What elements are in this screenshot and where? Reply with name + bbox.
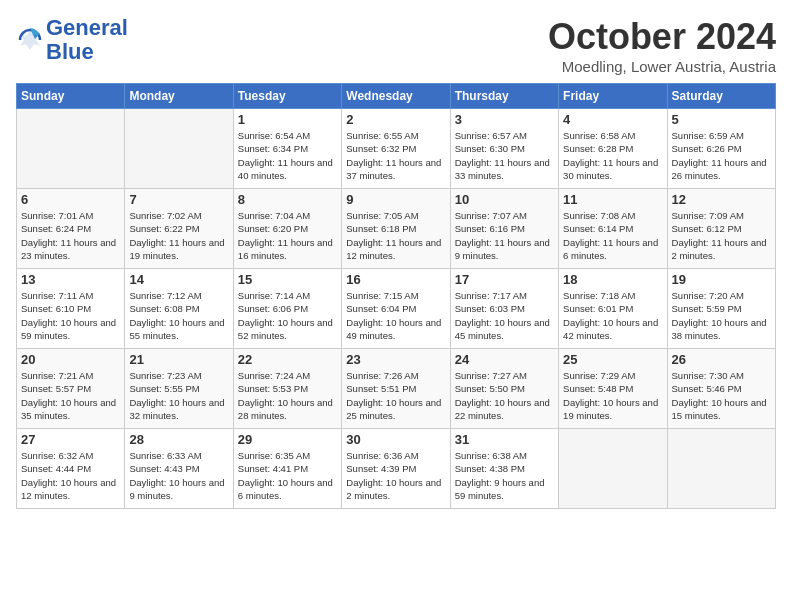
day-info: Sunrise: 7:14 AMSunset: 6:06 PMDaylight:… [238,289,337,342]
calendar-cell: 20Sunrise: 7:21 AMSunset: 5:57 PMDayligh… [17,349,125,429]
day-info: Sunrise: 6:35 AMSunset: 4:41 PMDaylight:… [238,449,337,502]
day-number: 3 [455,112,554,127]
day-info: Sunrise: 7:29 AMSunset: 5:48 PMDaylight:… [563,369,662,422]
weekday-header-saturday: Saturday [667,84,775,109]
day-info: Sunrise: 7:27 AMSunset: 5:50 PMDaylight:… [455,369,554,422]
calendar-cell: 16Sunrise: 7:15 AMSunset: 6:04 PMDayligh… [342,269,450,349]
week-row-5: 27Sunrise: 6:32 AMSunset: 4:44 PMDayligh… [17,429,776,509]
day-info: Sunrise: 7:18 AMSunset: 6:01 PMDaylight:… [563,289,662,342]
day-number: 20 [21,352,120,367]
calendar-cell [559,429,667,509]
day-number: 18 [563,272,662,287]
day-number: 24 [455,352,554,367]
calendar-cell: 8Sunrise: 7:04 AMSunset: 6:20 PMDaylight… [233,189,341,269]
day-info: Sunrise: 7:24 AMSunset: 5:53 PMDaylight:… [238,369,337,422]
day-number: 5 [672,112,771,127]
calendar-cell: 12Sunrise: 7:09 AMSunset: 6:12 PMDayligh… [667,189,775,269]
calendar-cell: 19Sunrise: 7:20 AMSunset: 5:59 PMDayligh… [667,269,775,349]
calendar-cell: 14Sunrise: 7:12 AMSunset: 6:08 PMDayligh… [125,269,233,349]
calendar-cell: 30Sunrise: 6:36 AMSunset: 4:39 PMDayligh… [342,429,450,509]
day-number: 13 [21,272,120,287]
day-info: Sunrise: 7:04 AMSunset: 6:20 PMDaylight:… [238,209,337,262]
day-info: Sunrise: 6:32 AMSunset: 4:44 PMDaylight:… [21,449,120,502]
calendar-cell: 1Sunrise: 6:54 AMSunset: 6:34 PMDaylight… [233,109,341,189]
day-number: 7 [129,192,228,207]
day-info: Sunrise: 6:59 AMSunset: 6:26 PMDaylight:… [672,129,771,182]
calendar-cell [667,429,775,509]
logo: General Blue [16,16,128,64]
day-number: 4 [563,112,662,127]
location: Moedling, Lower Austria, Austria [548,58,776,75]
logo-line2: Blue [46,40,128,64]
day-number: 22 [238,352,337,367]
calendar-cell: 18Sunrise: 7:18 AMSunset: 6:01 PMDayligh… [559,269,667,349]
calendar-cell: 15Sunrise: 7:14 AMSunset: 6:06 PMDayligh… [233,269,341,349]
logo-line1: General [46,16,128,40]
day-number: 19 [672,272,771,287]
day-info: Sunrise: 7:11 AMSunset: 6:10 PMDaylight:… [21,289,120,342]
calendar-cell: 13Sunrise: 7:11 AMSunset: 6:10 PMDayligh… [17,269,125,349]
calendar-cell: 26Sunrise: 7:30 AMSunset: 5:46 PMDayligh… [667,349,775,429]
calendar-cell: 27Sunrise: 6:32 AMSunset: 4:44 PMDayligh… [17,429,125,509]
weekday-header-wednesday: Wednesday [342,84,450,109]
day-number: 8 [238,192,337,207]
day-info: Sunrise: 6:36 AMSunset: 4:39 PMDaylight:… [346,449,445,502]
day-info: Sunrise: 7:26 AMSunset: 5:51 PMDaylight:… [346,369,445,422]
week-row-4: 20Sunrise: 7:21 AMSunset: 5:57 PMDayligh… [17,349,776,429]
day-info: Sunrise: 7:21 AMSunset: 5:57 PMDaylight:… [21,369,120,422]
day-number: 17 [455,272,554,287]
calendar-cell [125,109,233,189]
day-number: 9 [346,192,445,207]
day-info: Sunrise: 7:17 AMSunset: 6:03 PMDaylight:… [455,289,554,342]
calendar-cell: 6Sunrise: 7:01 AMSunset: 6:24 PMDaylight… [17,189,125,269]
calendar-cell: 9Sunrise: 7:05 AMSunset: 6:18 PMDaylight… [342,189,450,269]
week-row-3: 13Sunrise: 7:11 AMSunset: 6:10 PMDayligh… [17,269,776,349]
calendar-table: SundayMondayTuesdayWednesdayThursdayFrid… [16,83,776,509]
calendar-cell: 4Sunrise: 6:58 AMSunset: 6:28 PMDaylight… [559,109,667,189]
day-info: Sunrise: 6:38 AMSunset: 4:38 PMDaylight:… [455,449,554,502]
day-info: Sunrise: 6:57 AMSunset: 6:30 PMDaylight:… [455,129,554,182]
calendar-cell: 3Sunrise: 6:57 AMSunset: 6:30 PMDaylight… [450,109,558,189]
month-title: October 2024 [548,16,776,58]
calendar-cell: 24Sunrise: 7:27 AMSunset: 5:50 PMDayligh… [450,349,558,429]
day-info: Sunrise: 7:09 AMSunset: 6:12 PMDaylight:… [672,209,771,262]
calendar-cell: 5Sunrise: 6:59 AMSunset: 6:26 PMDaylight… [667,109,775,189]
day-number: 11 [563,192,662,207]
logo-icon [16,26,44,54]
calendar-cell: 11Sunrise: 7:08 AMSunset: 6:14 PMDayligh… [559,189,667,269]
calendar-cell: 23Sunrise: 7:26 AMSunset: 5:51 PMDayligh… [342,349,450,429]
day-number: 25 [563,352,662,367]
calendar-cell: 21Sunrise: 7:23 AMSunset: 5:55 PMDayligh… [125,349,233,429]
week-row-1: 1Sunrise: 6:54 AMSunset: 6:34 PMDaylight… [17,109,776,189]
title-block: October 2024 Moedling, Lower Austria, Au… [548,16,776,75]
day-info: Sunrise: 7:01 AMSunset: 6:24 PMDaylight:… [21,209,120,262]
calendar-cell: 2Sunrise: 6:55 AMSunset: 6:32 PMDaylight… [342,109,450,189]
calendar-cell: 22Sunrise: 7:24 AMSunset: 5:53 PMDayligh… [233,349,341,429]
day-info: Sunrise: 6:33 AMSunset: 4:43 PMDaylight:… [129,449,228,502]
day-info: Sunrise: 7:23 AMSunset: 5:55 PMDaylight:… [129,369,228,422]
day-number: 29 [238,432,337,447]
day-number: 12 [672,192,771,207]
calendar-cell: 7Sunrise: 7:02 AMSunset: 6:22 PMDaylight… [125,189,233,269]
week-row-2: 6Sunrise: 7:01 AMSunset: 6:24 PMDaylight… [17,189,776,269]
day-info: Sunrise: 7:07 AMSunset: 6:16 PMDaylight:… [455,209,554,262]
day-number: 26 [672,352,771,367]
day-info: Sunrise: 7:30 AMSunset: 5:46 PMDaylight:… [672,369,771,422]
day-number: 30 [346,432,445,447]
day-info: Sunrise: 7:08 AMSunset: 6:14 PMDaylight:… [563,209,662,262]
calendar-cell: 28Sunrise: 6:33 AMSunset: 4:43 PMDayligh… [125,429,233,509]
calendar-cell: 31Sunrise: 6:38 AMSunset: 4:38 PMDayligh… [450,429,558,509]
day-info: Sunrise: 7:12 AMSunset: 6:08 PMDaylight:… [129,289,228,342]
day-info: Sunrise: 6:58 AMSunset: 6:28 PMDaylight:… [563,129,662,182]
weekday-header-tuesday: Tuesday [233,84,341,109]
weekday-header-row: SundayMondayTuesdayWednesdayThursdayFrid… [17,84,776,109]
day-number: 23 [346,352,445,367]
calendar-cell: 29Sunrise: 6:35 AMSunset: 4:41 PMDayligh… [233,429,341,509]
day-number: 14 [129,272,228,287]
day-number: 1 [238,112,337,127]
day-number: 16 [346,272,445,287]
day-number: 6 [21,192,120,207]
day-info: Sunrise: 7:20 AMSunset: 5:59 PMDaylight:… [672,289,771,342]
day-number: 28 [129,432,228,447]
day-info: Sunrise: 7:02 AMSunset: 6:22 PMDaylight:… [129,209,228,262]
